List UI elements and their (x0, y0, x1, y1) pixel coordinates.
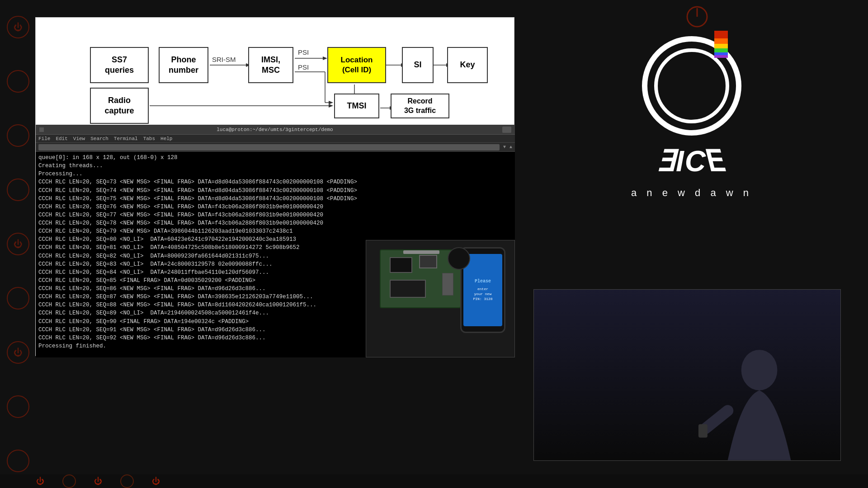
svg-point-24 (741, 350, 778, 390)
svg-marker-4 (323, 56, 327, 60)
deco-circle-5 (7, 287, 29, 310)
bottom-icon-2: ⏻ (94, 477, 102, 486)
right-panel: ƎICƎ a n e w d a w n (488, 0, 868, 488)
seg-blue (714, 52, 728, 56)
gice-logo: ƎICƎ a n e w d a w n (631, 36, 752, 199)
terminal-titlebar: luca@proton:~/dev/umts/3gintercept/demo (36, 125, 515, 135)
main-slide: SRI-SM PSI PSI SS7 queries Phone number (35, 17, 514, 356)
deco-circle-7 (7, 395, 29, 418)
terminal-menubar: File Edit View Search Terminal Tabs Help (36, 135, 515, 143)
deco-circle-8 (7, 450, 29, 472)
record-3g-box: Record 3G traffic (391, 94, 449, 118)
location-box: Location (Cell ID) (327, 47, 386, 83)
menu-terminal[interactable]: Terminal (114, 136, 138, 141)
key-box: Key (447, 47, 488, 83)
color-segments (714, 31, 728, 58)
camera-device (448, 247, 470, 270)
svg-rect-26 (698, 424, 708, 438)
terminal-search-input[interactable] (38, 144, 500, 150)
terminal: luca@proton:~/dev/umts/3gintercept/demo … (36, 125, 515, 357)
deco-circle-1 (7, 70, 29, 93)
terminal-title: luca@proton:~/dev/umts/3gintercept/demo (47, 127, 502, 132)
gice-brand-text: ƎICƎ (657, 145, 726, 178)
bottom-circle-1 (62, 474, 76, 488)
deco-circle-6: ⏻ (7, 341, 29, 364)
svg-text:PSI: PSI (298, 48, 309, 56)
tmsi-box: TMSI (334, 94, 379, 118)
seg-green (714, 48, 728, 52)
presenter-svg (534, 289, 840, 460)
svg-rect-23 (534, 289, 840, 460)
menu-help[interactable]: Help (160, 136, 172, 141)
deco-circle-4: ⏻ (7, 233, 29, 255)
left-decoration: ⏻ ⏻ ⏻ (0, 0, 36, 488)
menu-view[interactable]: View (73, 136, 85, 141)
svg-marker-9 (329, 101, 333, 104)
deco-circle-2 (7, 124, 29, 147)
logo-area: ƎICƎ a n e w d a w n (542, 27, 841, 208)
menu-tabs[interactable]: Tabs (143, 136, 155, 141)
bottom-circle-2 (120, 474, 134, 488)
bottom-icon-1: ⏻ (36, 477, 44, 486)
gice-subtitle-text: a n e w d a w n (631, 187, 752, 199)
radio-capture-box: Radio capture (90, 88, 149, 124)
svg-marker-16 (329, 104, 333, 108)
seg-purple (714, 55, 728, 58)
presenter-background (534, 290, 840, 460)
phone-number-box: Phone number (159, 47, 208, 83)
logo-ring-container (642, 36, 741, 136)
svg-text:PSI: PSI (298, 63, 309, 71)
presenter-video (533, 289, 841, 461)
seg-orange (714, 38, 728, 44)
deco-power-icon: ⏻ (7, 16, 29, 38)
bottom-bar: ⏻ ⏻ ⏻ (0, 474, 868, 488)
imsi-box: IMSI, MSC (248, 47, 293, 83)
seg-red (714, 31, 728, 38)
svg-text:SRI-SM: SRI-SM (212, 56, 236, 63)
menu-search[interactable]: Search (90, 136, 108, 141)
si-box: SI (402, 47, 434, 83)
menu-edit[interactable]: Edit (56, 136, 67, 141)
menu-file[interactable]: File (38, 136, 50, 141)
terminal-controls (39, 127, 44, 132)
deco-circle-3 (7, 178, 29, 201)
bottom-icon-3: ⏻ (152, 477, 160, 486)
ss7-box: SS7 queries (90, 47, 149, 83)
seg-yellow (714, 44, 728, 48)
terminal-search-bar: ▼ ▲ (36, 143, 515, 152)
